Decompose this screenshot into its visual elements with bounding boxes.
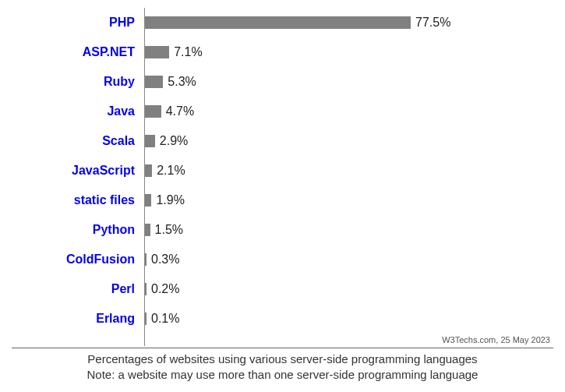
bar bbox=[145, 135, 155, 147]
bar bbox=[145, 194, 151, 207]
source-row: W3Techs.com, 25 May 2023 bbox=[12, 334, 553, 346]
category-link-python[interactable]: Python bbox=[93, 223, 135, 236]
chart-row: Ruby 5.3% bbox=[12, 67, 553, 97]
bar bbox=[145, 16, 411, 29]
value-label: 0.1% bbox=[151, 312, 179, 326]
value-label: 4.7% bbox=[166, 104, 194, 118]
category-label-cell: Java bbox=[12, 104, 144, 118]
category-link-scala[interactable]: Scala bbox=[102, 134, 135, 147]
value-label: 2.1% bbox=[157, 164, 185, 178]
source-credit: W3Techs.com, 25 May 2023 bbox=[144, 334, 553, 346]
bar-cell: 1.5% bbox=[144, 215, 553, 245]
bar-cell: 0.1% bbox=[144, 304, 553, 334]
category-label-cell: Ruby bbox=[12, 75, 144, 89]
value-label: 2.9% bbox=[160, 134, 188, 148]
bar bbox=[145, 253, 147, 266]
bar-cell: 0.3% bbox=[144, 245, 553, 274]
category-link-coldfusion[interactable]: ColdFusion bbox=[66, 253, 135, 266]
bar-cell: 2.9% bbox=[144, 126, 553, 156]
category-label-cell: Scala bbox=[12, 134, 144, 148]
category-link-perl[interactable]: Perl bbox=[111, 282, 135, 295]
value-label: 1.5% bbox=[155, 223, 183, 237]
value-label: 5.3% bbox=[168, 75, 196, 89]
category-label-cell: Python bbox=[12, 223, 144, 237]
chart-row: Erlang 0.1% bbox=[12, 304, 553, 334]
chart-row: Java 4.7% bbox=[12, 97, 553, 126]
bar-cell: 4.7% bbox=[144, 97, 553, 126]
bar-chart: PHP 77.5% ASP.NET 7.1% Ruby 5.3% Java 4 bbox=[12, 8, 553, 346]
bar bbox=[145, 76, 163, 88]
category-link-ruby[interactable]: Ruby bbox=[104, 75, 135, 88]
divider bbox=[12, 348, 553, 348]
category-label-cell: PHP bbox=[12, 16, 144, 30]
bar-cell: 5.3% bbox=[144, 67, 553, 97]
chart-row: JavaScript 2.1% bbox=[12, 156, 553, 185]
chart-row: Python 1.5% bbox=[12, 215, 553, 245]
value-label: 0.2% bbox=[151, 282, 179, 296]
category-link-static-files[interactable]: static files bbox=[74, 193, 135, 207]
bar bbox=[145, 105, 161, 118]
bar-cell: 0.2% bbox=[144, 274, 553, 304]
bar bbox=[145, 313, 147, 325]
chart-row: ColdFusion 0.3% bbox=[12, 245, 553, 274]
chart-row: PHP 77.5% bbox=[12, 8, 553, 37]
chart-row: static files 1.9% bbox=[12, 185, 553, 215]
bar bbox=[145, 224, 150, 236]
bar-cell: 7.1% bbox=[144, 37, 553, 67]
category-label-cell: static files bbox=[12, 193, 144, 207]
bar-cell: 77.5% bbox=[144, 8, 553, 37]
category-link-java[interactable]: Java bbox=[107, 104, 135, 118]
category-link-php[interactable]: PHP bbox=[109, 16, 135, 29]
bar-cell: 2.1% bbox=[144, 156, 553, 185]
value-label: 0.3% bbox=[151, 253, 179, 267]
bar bbox=[145, 283, 147, 295]
chart-row: Perl 0.2% bbox=[12, 274, 553, 304]
chart-caption: Percentages of websites using various se… bbox=[12, 351, 553, 382]
category-label-cell: Perl bbox=[12, 282, 144, 296]
value-label: 1.9% bbox=[156, 193, 184, 207]
category-link-erlang[interactable]: Erlang bbox=[96, 312, 135, 325]
bar bbox=[145, 46, 169, 58]
category-link-javascript[interactable]: JavaScript bbox=[72, 164, 135, 177]
chart-title: Percentages of websites using various se… bbox=[87, 352, 477, 366]
category-label-cell: ASP.NET bbox=[12, 45, 144, 59]
category-label-cell: Erlang bbox=[12, 312, 144, 326]
bar-cell: 1.9% bbox=[144, 185, 553, 215]
value-label: 77.5% bbox=[415, 16, 450, 30]
value-label: 7.1% bbox=[174, 45, 202, 59]
bar bbox=[145, 164, 152, 177]
category-label-cell: JavaScript bbox=[12, 164, 144, 178]
chart-note: Note: a website may use more than one se… bbox=[87, 368, 478, 381]
category-label-cell: ColdFusion bbox=[12, 253, 144, 267]
category-link-aspnet[interactable]: ASP.NET bbox=[83, 45, 135, 58]
chart-row: Scala 2.9% bbox=[12, 126, 553, 156]
chart-row: ASP.NET 7.1% bbox=[12, 37, 553, 67]
